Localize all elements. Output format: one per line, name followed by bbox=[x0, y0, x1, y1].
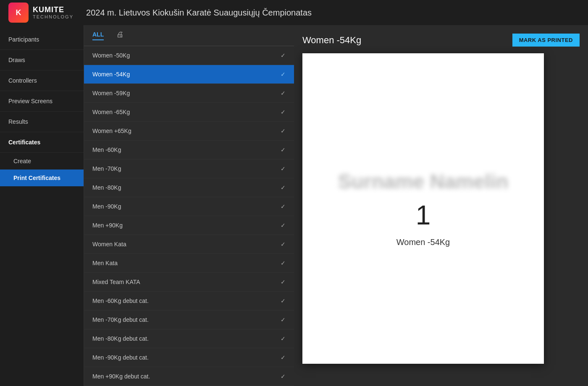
category-row[interactable]: Women -65Kg✓ bbox=[84, 103, 294, 122]
category-label: Men -90Kg debut cat. bbox=[92, 354, 149, 361]
category-label: Women +65Kg bbox=[92, 128, 131, 134]
certificate-name: Surname Namelin bbox=[338, 170, 508, 193]
check-icon: ✓ bbox=[281, 52, 286, 59]
category-row[interactable]: Men Kata✓ bbox=[84, 254, 294, 273]
check-icon: ✓ bbox=[281, 354, 286, 361]
tab-print[interactable]: 🖨 bbox=[116, 30, 124, 41]
category-row[interactable]: Men -70Kg debut cat.✓ bbox=[84, 310, 294, 329]
printer-icon: 🖨 bbox=[116, 30, 124, 39]
check-icon: ✓ bbox=[281, 184, 286, 191]
inner-layout: ALL 🖨 Women -50Kg✓Women -54Kg✓Women -59K… bbox=[84, 25, 588, 386]
sidebar-subitem-print-certificates[interactable]: Print Certificates bbox=[0, 170, 84, 186]
category-row[interactable]: Men -90Kg debut cat.✓ bbox=[84, 348, 294, 367]
check-icon: ✓ bbox=[281, 316, 286, 323]
category-label: Men +90Kg bbox=[92, 222, 123, 229]
sidebar-subitem-create[interactable]: Create bbox=[0, 153, 84, 170]
check-icon: ✓ bbox=[281, 335, 286, 342]
tab-all[interactable]: ALL bbox=[92, 31, 104, 40]
check-icon: ✓ bbox=[281, 279, 286, 285]
category-row[interactable]: Men -90Kg✓ bbox=[84, 197, 294, 216]
preview-header: Women -54Kg MARK AS PRINTED bbox=[302, 34, 580, 47]
category-label: Men -80Kg debut cat. bbox=[92, 335, 149, 342]
logo-area: K KUMITE TECHNOLOGY bbox=[8, 3, 74, 23]
category-label: Men +90Kg debut cat. bbox=[92, 373, 150, 380]
check-icon: ✓ bbox=[281, 241, 286, 248]
category-panel: ALL 🖨 Women -50Kg✓Women -54Kg✓Women -59K… bbox=[84, 25, 294, 386]
main-layout: Participants Draws Controllers Preview S… bbox=[0, 25, 588, 386]
preview-title: Women -54Kg bbox=[302, 35, 361, 46]
check-icon: ✓ bbox=[281, 90, 286, 96]
preview-area: Women -54Kg MARK AS PRINTED Surname Name… bbox=[294, 25, 588, 386]
logo-text: KUMITE TECHNOLOGY bbox=[33, 6, 74, 19]
category-label: Women -59Kg bbox=[92, 90, 130, 96]
category-label: Men Kata bbox=[92, 260, 118, 266]
check-icon: ✓ bbox=[281, 109, 286, 115]
category-row[interactable]: Men -80Kg✓ bbox=[84, 178, 294, 197]
top-header: K KUMITE TECHNOLOGY 2024 m. Lietuvos Kio… bbox=[0, 0, 588, 25]
tabs-row: ALL 🖨 bbox=[84, 25, 294, 46]
check-icon: ✓ bbox=[281, 146, 286, 153]
sidebar-item-certificates[interactable]: Certificates bbox=[0, 132, 84, 153]
sidebar-item-participants[interactable]: Participants bbox=[0, 29, 84, 50]
content-area: ALL 🖨 Women -50Kg✓Women -54Kg✓Women -59K… bbox=[84, 25, 588, 386]
category-row[interactable]: Women +65Kg✓ bbox=[84, 122, 294, 141]
category-row[interactable]: Women -50Kg✓ bbox=[84, 46, 294, 65]
category-row[interactable]: Women -54Kg✓ bbox=[84, 65, 294, 84]
category-label: Men -60Kg debut cat. bbox=[92, 297, 149, 304]
category-label: Men -80Kg bbox=[92, 184, 121, 191]
certificate-preview: Surname Namelin 1 Women -54Kg bbox=[302, 53, 544, 364]
category-label: Women -65Kg bbox=[92, 109, 130, 115]
sidebar-item-controllers[interactable]: Controllers bbox=[0, 70, 84, 91]
sidebar-item-preview-screens[interactable]: Preview Screens bbox=[0, 91, 84, 112]
category-row[interactable]: Women -59Kg✓ bbox=[84, 84, 294, 103]
category-label: Men -60Kg bbox=[92, 146, 121, 153]
category-row[interactable]: Men -60Kg debut cat.✓ bbox=[84, 292, 294, 310]
category-label: Men -70Kg debut cat. bbox=[92, 316, 149, 323]
category-row[interactable]: Men -70Kg✓ bbox=[84, 159, 294, 178]
category-row[interactable]: Men +90Kg✓ bbox=[84, 216, 294, 235]
sidebar: Participants Draws Controllers Preview S… bbox=[0, 25, 84, 386]
category-label: Women -54Kg bbox=[92, 71, 130, 78]
category-list: Women -50Kg✓Women -54Kg✓Women -59Kg✓Wome… bbox=[84, 46, 294, 386]
check-icon: ✓ bbox=[281, 203, 286, 210]
category-row[interactable]: Women Kata✓ bbox=[84, 235, 294, 254]
check-icon: ✓ bbox=[281, 260, 286, 266]
mark-as-printed-button[interactable]: MARK AS PRINTED bbox=[512, 34, 580, 47]
check-icon: ✓ bbox=[281, 297, 286, 304]
page-title: 2024 m. Lietuvos Kiokušin Karatė Suaugus… bbox=[86, 8, 312, 18]
certificate-category: Women -54Kg bbox=[396, 237, 450, 247]
category-label: Mixed Team KATA bbox=[92, 279, 140, 285]
category-label: Men -70Kg bbox=[92, 165, 121, 172]
check-icon: ✓ bbox=[281, 71, 286, 78]
logo-kumite: KUMITE bbox=[33, 6, 74, 14]
check-icon: ✓ bbox=[281, 128, 286, 134]
certificate-place: 1 bbox=[416, 200, 431, 231]
logo-technology: TECHNOLOGY bbox=[33, 14, 74, 19]
check-icon: ✓ bbox=[281, 373, 286, 380]
sidebar-item-results[interactable]: Results bbox=[0, 112, 84, 132]
category-row[interactable]: Men -80Kg debut cat.✓ bbox=[84, 329, 294, 348]
sidebar-item-draws[interactable]: Draws bbox=[0, 50, 84, 70]
category-row[interactable]: Men -60Kg✓ bbox=[84, 141, 294, 159]
check-icon: ✓ bbox=[281, 165, 286, 172]
category-row[interactable]: Mixed Team KATA✓ bbox=[84, 273, 294, 292]
category-label: Men -90Kg bbox=[92, 203, 121, 210]
category-label: Women -50Kg bbox=[92, 52, 130, 59]
logo-icon: K bbox=[8, 3, 29, 23]
category-label: Women Kata bbox=[92, 241, 126, 248]
category-row[interactable]: Men +90Kg debut cat.✓ bbox=[84, 367, 294, 386]
check-icon: ✓ bbox=[281, 222, 286, 229]
